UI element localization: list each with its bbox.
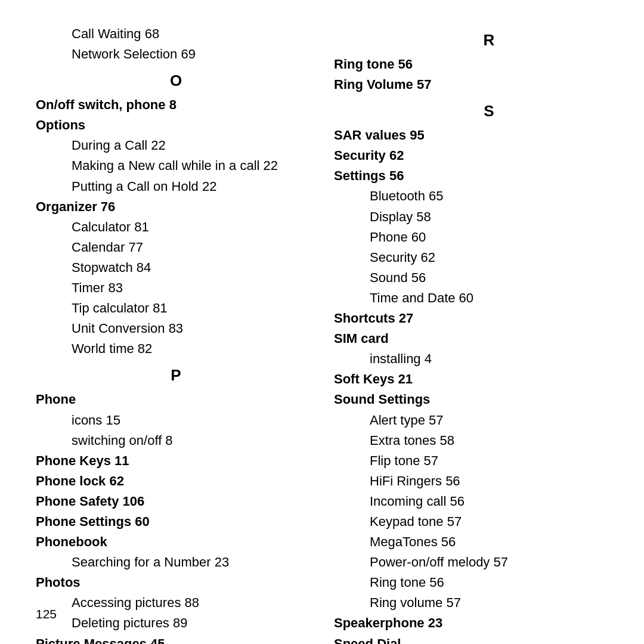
index-entry: Sound 56 xyxy=(334,268,644,288)
index-entry: Soft Keys 21 xyxy=(334,369,644,389)
index-entry: Deleting pictures 89 xyxy=(36,613,316,633)
index-entry: Phonebook xyxy=(36,532,316,552)
index-entry: Settings 56 xyxy=(334,166,644,186)
index-entry: Power-on/off melody 57 xyxy=(334,552,644,572)
index-entry: Options xyxy=(36,115,316,135)
index-entry: Tip calculator 81 xyxy=(36,298,316,318)
index-entry: Accessing pictures 88 xyxy=(36,593,316,613)
index-entry: Extra tones 58 xyxy=(334,431,644,451)
index-entry: Timer 83 xyxy=(36,278,316,298)
index-entry: icons 15 xyxy=(36,410,316,431)
index-entry: Time and Date 60 xyxy=(334,288,644,308)
right-column: RRing tone 56Ring Volume 57SSAR values 9… xyxy=(334,24,644,620)
index-entry: Ring volume 57 xyxy=(334,593,644,613)
index-entry: MegaTones 56 xyxy=(334,532,644,552)
index-entry: SAR values 95 xyxy=(334,125,644,145)
index-entry: Calculator 81 xyxy=(36,217,316,237)
index-entry: Phone 60 xyxy=(334,227,644,247)
index-entry: Ring tone 56 xyxy=(334,54,644,75)
index-entry: Network Selection 69 xyxy=(36,44,316,64)
index-entry: switching on/off 8 xyxy=(36,431,316,451)
index-entry: Security 62 xyxy=(334,247,644,268)
index-entry: Stopwatch 84 xyxy=(36,258,316,278)
index-entry: Searching for a Number 23 xyxy=(36,552,316,572)
section-letter-s: S xyxy=(334,102,644,120)
page: Call Waiting 68Network Selection 69OOn/o… xyxy=(0,0,644,644)
index-entry: installing 4 xyxy=(334,349,644,369)
index-entry: Bluetooth 65 xyxy=(334,186,644,206)
index-entry: Phone Safety 106 xyxy=(36,491,316,512)
index-entry: On/off switch, phone 8 xyxy=(36,95,316,115)
index-entry: Making a New call while in a call 22 xyxy=(36,156,316,176)
index-entry: Display 58 xyxy=(334,207,644,227)
left-column: Call Waiting 68Network Selection 69OOn/o… xyxy=(36,24,334,620)
index-entry: Phone lock 62 xyxy=(36,471,316,491)
index-entry: Keypad tone 57 xyxy=(334,512,644,532)
index-entry: Call Waiting 68 xyxy=(36,24,316,44)
index-entry: HiFi Ringers 56 xyxy=(334,471,644,491)
index-entry: Organizer 76 xyxy=(36,197,316,217)
index-entry: Photos xyxy=(36,572,316,593)
index-entry: World time 82 xyxy=(36,339,316,359)
section-letter-p: P xyxy=(36,366,316,385)
page-number: 125 xyxy=(36,607,57,621)
index-entry: Alert type 57 xyxy=(334,410,644,431)
index-entry: Sound Settings xyxy=(334,389,644,410)
index-entry: Ring tone 56 xyxy=(334,572,644,593)
index-entry: Ring Volume 57 xyxy=(334,75,644,95)
index-entry: Phone xyxy=(36,389,316,410)
index-entry: Shortcuts 27 xyxy=(334,308,644,329)
index-entry: Incoming call 56 xyxy=(334,491,644,512)
index-entry: Unit Conversion 83 xyxy=(36,318,316,339)
index-entry: SIM card xyxy=(334,329,644,349)
index-entry: Phone Keys 11 xyxy=(36,451,316,471)
section-letter-o: O xyxy=(36,72,316,90)
index-entry: Calendar 77 xyxy=(36,237,316,258)
index-entry: Picture Messages 45 xyxy=(36,634,316,644)
index-entry: Putting a Call on Hold 22 xyxy=(36,177,316,197)
index-entry: Security 62 xyxy=(334,145,644,166)
section-letter-r: R xyxy=(334,31,644,49)
index-entry: During a Call 22 xyxy=(36,135,316,156)
index-entry: Phone Settings 60 xyxy=(36,512,316,532)
index-entry: Speakerphone 23 xyxy=(334,613,644,633)
index-entry: Speed Dial xyxy=(334,634,644,644)
index-entry: Flip tone 57 xyxy=(334,451,644,471)
